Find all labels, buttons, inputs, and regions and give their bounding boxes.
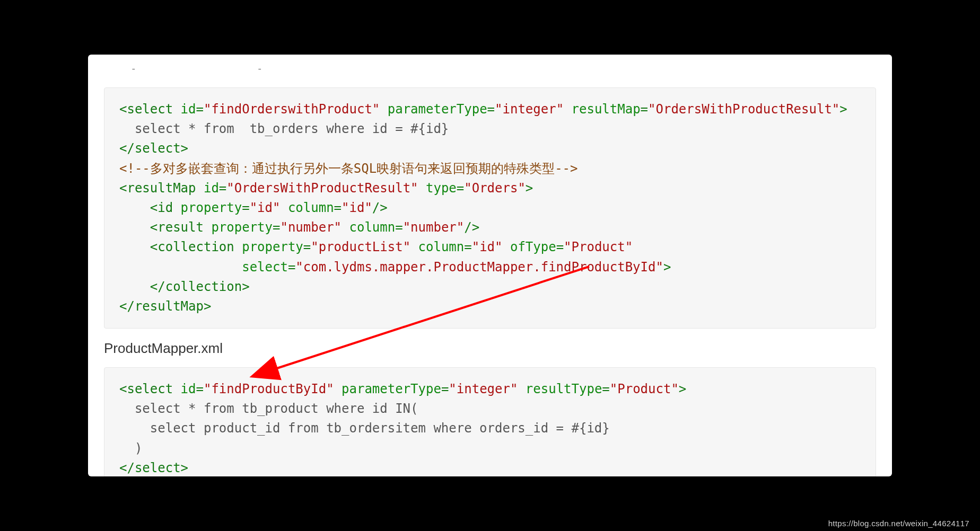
tok-select: select [127,382,173,396]
eq: = [288,260,295,275]
attr-id: id [181,102,196,117]
eq: = [395,220,402,235]
val-column: "number" [403,220,465,235]
val-property: "productList" [311,240,410,254]
attr-oftype: ofType [510,240,556,254]
heading-product-mapper-text: ProductMapper.xml [104,340,223,356]
tok-result: result [158,220,204,235]
tok-gt: > [181,141,188,156]
tok-resultmap: resultMap [135,299,204,314]
val-type: "Orders" [464,181,526,196]
attr-id: id [204,181,219,196]
sql-body: ) [119,441,142,456]
eq: = [441,382,449,396]
tok-select: select [135,461,181,475]
sp [410,240,418,254]
tok-select: select [135,141,181,156]
tok-gt: > [242,279,249,294]
attr-column: column [288,200,334,215]
tok-gt: > [526,181,533,196]
tok-ltc: </ [119,299,135,314]
val-id: "findOrderswithProduct" [204,102,380,117]
attr-parametertype: parameterType [342,382,441,396]
eq: = [303,240,311,254]
attr-property: property [181,200,242,215]
eq: = [196,102,204,117]
eq: = [219,181,226,196]
tok-gt: > [204,299,211,314]
val-column: "id" [342,200,372,215]
tok-ltc: </ [119,141,135,156]
val-parametertype: "integer" [495,102,564,117]
eq: = [556,240,564,254]
sql-body: select * from tb_product where id IN( [119,401,418,416]
val-select: "com.lydms.mapper.ProductMapper.findProd… [295,260,663,275]
sp [564,102,571,117]
attr-column: column [418,240,465,254]
tok-gt: > [839,102,847,117]
sp [234,240,242,254]
tok-resultmap: resultMap [127,181,196,196]
tok-lt: < [119,240,158,254]
sp [280,200,287,215]
eq: = [602,382,609,396]
val-column: "id" [472,240,503,254]
val-resultmap: "OrdersWithProductResult" [648,102,839,117]
xml-comment: <!--多对多嵌套查询：通过执行另外一条SQL映射语句来返回预期的特殊类型--> [119,161,578,176]
tok-gt: > [181,461,188,475]
attr-property: property [242,240,303,254]
tok-lt: < [119,181,127,196]
sp [173,382,180,396]
tok-lt: < [119,102,127,117]
heading-product-mapper: ProductMapper.xml [104,340,876,357]
eq: = [457,181,464,196]
eq: = [464,240,471,254]
attr-parametertype: parameterType [388,102,487,117]
val-parametertype: "integer" [449,382,518,396]
sp [380,102,387,117]
attr-resulttype: resultType [526,382,602,396]
tok-sc: /> [372,200,388,215]
sp [204,220,211,235]
attr-resultmap: resultMap [572,102,641,117]
eq: = [273,220,280,235]
eq: = [641,102,648,117]
sp [334,382,342,396]
tok-collection: collection [165,279,242,294]
tok-collection: collection [158,240,234,254]
sp [196,181,204,196]
tok-ltc: </ [119,279,165,294]
code-block-product-mapper: <select id="findProductById" parameterTy… [104,367,876,476]
tok-sc: /> [464,220,479,235]
attr-property: property [211,220,273,235]
tok-lt: < [119,220,158,235]
attr-type: type [426,181,457,196]
tok-id: id [158,200,173,215]
eq: = [242,200,249,215]
sp [518,382,525,396]
sp [173,102,180,117]
code-block-orders-mapper: <select id="findOrderswithProduct" param… [104,87,876,329]
truncated-top-heading: OrdersMapper.xml [104,65,876,69]
attr-select: select [242,260,288,275]
val-id: "OrdersWithProductResult" [226,181,418,196]
truncated-top-heading-text: OrdersMapper.xml [104,65,262,69]
attr-id: id [181,382,196,396]
document-page: OrdersMapper.xml <select id="findOrdersw… [88,55,892,476]
watermark: https://blog.csdn.net/weixin_44624117 [828,519,969,528]
eq: = [334,200,342,215]
sql-body: select product_id from tb_ordersitem whe… [119,421,610,436]
sp [418,181,426,196]
watermark-text: https://blog.csdn.net/weixin_44624117 [828,519,969,528]
eq: = [487,102,495,117]
tok-ltc: </ [119,461,135,475]
sql-body: select * from tb_orders where id = #{id} [119,121,449,136]
val-property: "id" [250,200,281,215]
tok-gt: > [663,260,671,275]
tok-gt: > [679,382,686,396]
tok-lt: < [119,382,127,396]
tok-lt: < [119,200,158,215]
outer-frame: OrdersMapper.xml <select id="findOrdersw… [82,48,898,483]
sp [173,200,180,215]
val-resulttype: "Product" [610,382,679,396]
